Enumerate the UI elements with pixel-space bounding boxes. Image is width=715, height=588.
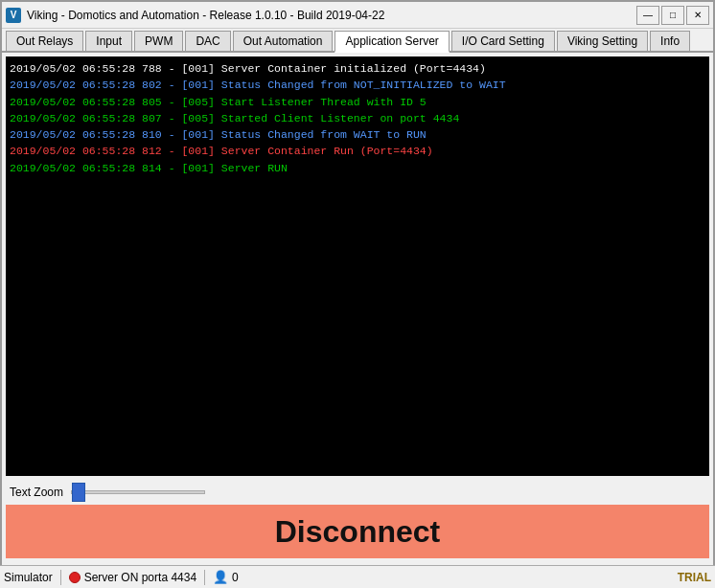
minimize-button[interactable]: —	[636, 6, 659, 25]
tab-input[interactable]: Input	[85, 31, 132, 51]
tab-out-relays[interactable]: Out Relays	[6, 31, 83, 51]
app-icon: V	[6, 8, 21, 23]
server-status-dot	[69, 572, 81, 583]
tab-dac[interactable]: DAC	[185, 31, 230, 51]
log-line: 2019/05/02 06:55:28 810 - [001] Status C…	[10, 126, 705, 143]
log-console: 2019/05/02 06:55:28 788 - [001] Server C…	[6, 57, 709, 476]
log-line: 2019/05/02 06:55:28 814 - [001] Server R…	[10, 160, 705, 176]
user-icon: 👤	[213, 570, 228, 584]
simulator-label: Simulator	[4, 571, 53, 584]
tab-info[interactable]: Info	[650, 31, 690, 51]
trial-label: TRIAL	[678, 571, 711, 584]
main-area: 2019/05/02 06:55:28 788 - [001] Server C…	[2, 53, 713, 562]
title-bar: V Viking - Domotics and Automation - Rel…	[2, 2, 713, 29]
tab-viking-setting[interactable]: Viking Setting	[557, 31, 648, 51]
status-bar: Simulator Server ON porta 4434 👤 0 TRIAL	[0, 565, 715, 588]
log-line: 2019/05/02 06:55:28 807 - [005] Started …	[10, 110, 705, 126]
tab-pwm[interactable]: PWM	[134, 31, 183, 51]
disconnect-button[interactable]: Disconnect	[6, 505, 709, 558]
server-status: Server ON porta 4434	[69, 571, 196, 584]
simulator-status: Simulator	[4, 571, 53, 584]
status-divider-2	[204, 570, 205, 585]
zoom-bar: Text Zoom	[6, 480, 709, 505]
zoom-label: Text Zoom	[10, 486, 63, 499]
tab-bar: Out RelaysInputPWMDACOut AutomationAppli…	[2, 29, 713, 53]
maximize-button[interactable]: □	[661, 6, 684, 25]
tab-io-card-setting[interactable]: I/O Card Setting	[451, 31, 555, 51]
tab-application-server[interactable]: Application Server	[334, 31, 449, 53]
log-line: 2019/05/02 06:55:28 788 - [001] Server C…	[10, 60, 705, 77]
close-button[interactable]: ✕	[686, 6, 709, 25]
log-line: 2019/05/02 06:55:28 812 - [001] Server C…	[10, 143, 705, 159]
server-status-label: Server ON porta 4434	[84, 571, 196, 584]
window-title: Viking - Domotics and Automation - Relea…	[27, 9, 384, 22]
user-count: 0	[232, 571, 239, 584]
user-count-status: 👤 0	[213, 570, 239, 584]
window-controls: — □ ✕	[636, 6, 709, 25]
status-divider-1	[60, 570, 61, 585]
tab-out-automation[interactable]: Out Automation	[233, 31, 334, 51]
log-line: 2019/05/02 06:55:28 805 - [005] Start Li…	[10, 94, 705, 110]
log-line: 2019/05/02 06:55:28 802 - [001] Status C…	[10, 77, 705, 93]
zoom-slider[interactable]	[71, 490, 205, 494]
